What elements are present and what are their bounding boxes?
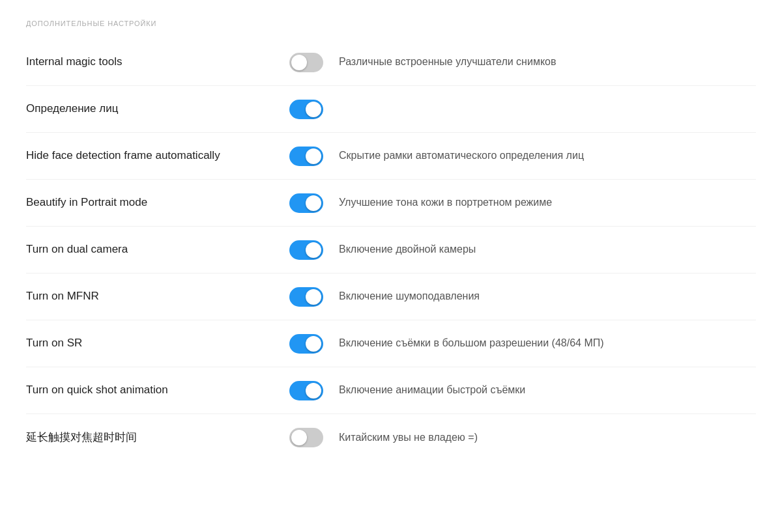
setting-label-mfnr: Turn on MFNR (26, 289, 274, 303)
additional-settings-section: ДОПОЛНИТЕЛЬНЫЕ НАСТРОЙКИ Internal magic … (26, 20, 756, 461)
setting-row-mfnr: Turn on MFNRВключение шумоподавления (26, 273, 756, 320)
toggle-thumb-dual-camera (306, 242, 321, 258)
setting-row-long-touch-timeout: 延长触摸对焦超时时间Китайским увы не владею =) (26, 414, 756, 461)
toggle-thumb-long-touch-timeout (291, 430, 307, 445)
setting-label-hide-face-frame: Hide face detection frame automatically (26, 148, 274, 163)
setting-row-internal-magic-tools: Internal magic toolsРазличные встроенные… (26, 39, 756, 86)
setting-label-dual-camera: Turn on dual camera (26, 242, 274, 257)
toggle-container-hide-face-frame (274, 147, 339, 166)
toggle-thumb-beautify-portrait (306, 195, 321, 211)
toggle-quick-shot-animation[interactable] (289, 381, 323, 400)
toggle-container-dual-camera (274, 240, 339, 260)
setting-row-hide-face-frame: Hide face detection frame automaticallyС… (26, 133, 756, 180)
setting-row-quick-shot-animation: Turn on quick shot animationВключение ан… (26, 367, 756, 414)
toggle-internal-magic-tools[interactable] (289, 53, 323, 72)
setting-label-beautify-portrait: Beautify in Portrait mode (26, 195, 274, 210)
setting-label-sr: Turn on SR (26, 336, 274, 350)
setting-description-beautify-portrait: Улучшение тона кожи в портретном режиме (339, 196, 756, 210)
toggle-sr[interactable] (289, 334, 323, 354)
toggle-thumb-hide-face-frame (306, 148, 321, 164)
toggle-container-sr (274, 334, 339, 354)
setting-label-long-touch-timeout: 延长触摸对焦超时时间 (26, 430, 274, 445)
toggle-thumb-internal-magic-tools (291, 55, 307, 70)
setting-description-sr: Включение съёмки в большом разрешении (4… (339, 337, 756, 350)
toggle-dual-camera[interactable] (289, 240, 323, 260)
setting-row-dual-camera: Turn on dual cameraВключение двойной кам… (26, 227, 756, 273)
setting-description-quick-shot-animation: Включение анимации быстрой съёмки (339, 384, 756, 397)
setting-description-hide-face-frame: Скрытие рамки автоматического определени… (339, 149, 756, 163)
toggle-thumb-sr (306, 336, 321, 352)
toggle-container-internal-magic-tools (274, 53, 339, 72)
setting-label-quick-shot-animation: Turn on quick shot animation (26, 383, 274, 397)
toggle-beautify-portrait[interactable] (289, 193, 323, 213)
setting-row-face-detection: Определение лиц (26, 86, 756, 133)
toggle-thumb-quick-shot-animation (306, 383, 321, 399)
setting-description-mfnr: Включение шумоподавления (339, 290, 756, 303)
setting-label-internal-magic-tools: Internal magic tools (26, 55, 274, 69)
setting-label-face-detection: Определение лиц (26, 102, 274, 116)
section-header: ДОПОЛНИТЕЛЬНЫЕ НАСТРОЙКИ (26, 20, 756, 27)
toggle-thumb-face-detection (306, 102, 321, 117)
toggle-container-mfnr (274, 287, 339, 307)
setting-description-internal-magic-tools: Различные встроенные улучшатели снимков (339, 55, 756, 69)
setting-row-sr: Turn on SRВключение съёмки в большом раз… (26, 320, 756, 367)
toggle-long-touch-timeout[interactable] (289, 428, 323, 447)
setting-row-beautify-portrait: Beautify in Portrait modeУлучшение тона … (26, 180, 756, 227)
settings-list: Internal magic toolsРазличные встроенные… (26, 39, 756, 461)
toggle-container-long-touch-timeout (274, 428, 339, 447)
toggle-face-detection[interactable] (289, 100, 323, 119)
toggle-hide-face-frame[interactable] (289, 147, 323, 166)
toggle-mfnr[interactable] (289, 287, 323, 307)
setting-description-long-touch-timeout: Китайским увы не владею =) (339, 431, 756, 445)
setting-description-dual-camera: Включение двойной камеры (339, 243, 756, 257)
toggle-thumb-mfnr (306, 289, 321, 305)
toggle-container-face-detection (274, 100, 339, 119)
toggle-container-beautify-portrait (274, 193, 339, 213)
toggle-container-quick-shot-animation (274, 381, 339, 400)
